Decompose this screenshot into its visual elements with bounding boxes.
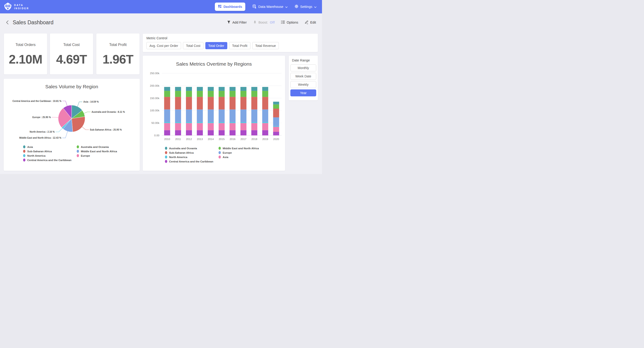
- bar-segment-2014-asia[interactable]: [208, 123, 214, 130]
- legend-item-asia[interactable]: Asia: [218, 156, 259, 159]
- bar-segment-2019-australia-and-oceania[interactable]: [262, 87, 268, 91]
- bar-segment-2017-north-america[interactable]: [240, 122, 246, 123]
- bar-segment-2020-middle-east-and-north-africa[interactable]: [273, 104, 279, 109]
- bar-segment-2012-australia-and-oceania[interactable]: [186, 87, 192, 91]
- bar-segment-2010-asia[interactable]: [164, 123, 170, 130]
- bar-segment-2011-asia[interactable]: [175, 123, 181, 130]
- bar-segment-2016-middle-east-and-north-africa[interactable]: [230, 91, 236, 97]
- bar-segment-2016-central-america-and-the-caribbean[interactable]: [230, 130, 236, 135]
- bar-segment-2020-sub-saharan-africa[interactable]: [273, 109, 279, 117]
- bar-segment-2020-central-america-and-the-caribbean[interactable]: [273, 132, 279, 135]
- bar-segment-2010-sub-saharan-africa[interactable]: [164, 97, 170, 109]
- bar-segment-2014-australia-and-oceania[interactable]: [208, 87, 214, 91]
- bar-segment-2019-sub-saharan-africa[interactable]: [262, 97, 268, 109]
- bar-segment-2018-sub-saharan-africa[interactable]: [251, 97, 257, 109]
- nav-data-warehouse[interactable]: Data Warehouse: [252, 4, 287, 9]
- metric-option-total-order[interactable]: Total Order: [205, 42, 227, 49]
- bar-segment-2019-europe[interactable]: [262, 110, 268, 122]
- bar-segment-2017-asia[interactable]: [240, 123, 246, 130]
- date-range-option-year[interactable]: Year: [290, 89, 316, 96]
- bar-segment-2014-europe[interactable]: [208, 110, 214, 122]
- bar-segment-2012-north-america[interactable]: [186, 122, 192, 123]
- bar-segment-2017-australia-and-oceania[interactable]: [240, 87, 246, 91]
- bar-segment-2017-middle-east-and-north-africa[interactable]: [240, 91, 246, 97]
- legend-item-europe[interactable]: Europe: [77, 154, 117, 157]
- bar-segment-2011-north-america[interactable]: [175, 122, 181, 123]
- options-button[interactable]: Options: [281, 21, 298, 25]
- bar-segment-2012-sub-saharan-africa[interactable]: [186, 97, 192, 109]
- bar-segment-2012-asia[interactable]: [186, 123, 192, 130]
- back-button[interactable]: [5, 20, 10, 26]
- bar-segment-2010-australia-and-oceania[interactable]: [164, 87, 170, 91]
- brand-logo[interactable]: DATA INSIDER: [4, 2, 29, 11]
- bar-segment-2017-central-america-and-the-caribbean[interactable]: [240, 130, 246, 135]
- bar-segment-2010-north-america[interactable]: [164, 122, 170, 123]
- bar-segment-2020-north-america[interactable]: [273, 126, 279, 127]
- bar-segment-2011-central-america-and-the-caribbean[interactable]: [175, 130, 181, 135]
- bar-segment-2019-middle-east-and-north-africa[interactable]: [262, 91, 268, 97]
- bar-segment-2019-asia[interactable]: [262, 123, 268, 130]
- bar-segment-2014-central-america-and-the-caribbean[interactable]: [208, 130, 214, 135]
- bar-segment-2015-sub-saharan-africa[interactable]: [219, 97, 225, 109]
- legend-item-central-america-and-the-caribbean[interactable]: Central America and the Caribbean: [23, 159, 72, 162]
- legend-item-middle-east-and-north-africa[interactable]: Middle East and North Africa: [77, 150, 117, 153]
- bar-segment-2016-north-america[interactable]: [230, 122, 236, 123]
- bar-segment-2010-europe[interactable]: [164, 110, 170, 122]
- metric-option-total-profit[interactable]: Total Profit: [229, 42, 250, 49]
- date-range-option-monthly[interactable]: Monthly: [290, 65, 316, 71]
- boost-toggle[interactable]: Boost: Off: [253, 20, 275, 25]
- nav-dashboards[interactable]: Dashboards: [215, 3, 245, 11]
- bar-segment-2015-central-america-and-the-caribbean[interactable]: [219, 130, 225, 135]
- add-filter-button[interactable]: Add Filter: [227, 21, 247, 25]
- bar-segment-2016-sub-saharan-africa[interactable]: [230, 97, 236, 109]
- nav-settings[interactable]: Settings: [294, 5, 316, 9]
- bar-segment-2015-australia-and-oceania[interactable]: [219, 87, 225, 91]
- bar-segment-2013-middle-east-and-north-africa[interactable]: [197, 91, 203, 97]
- bar-segment-2018-central-america-and-the-caribbean[interactable]: [251, 130, 257, 135]
- bar-segment-2019-north-america[interactable]: [262, 122, 268, 123]
- date-range-option-weekly[interactable]: Weekly: [290, 81, 316, 88]
- bar-segment-2012-europe[interactable]: [186, 110, 192, 122]
- bar-segment-2015-europe[interactable]: [219, 110, 225, 122]
- legend-item-australia-and-oceania[interactable]: Australia and Oceania: [77, 145, 117, 148]
- bar-segment-2014-sub-saharan-africa[interactable]: [208, 97, 214, 109]
- bar-segment-2011-australia-and-oceania[interactable]: [175, 87, 181, 91]
- bar-segment-2014-north-america[interactable]: [208, 122, 214, 123]
- bar-segment-2020-europe[interactable]: [273, 117, 279, 126]
- bar-segment-2018-north-america[interactable]: [251, 122, 257, 123]
- bar-segment-2016-australia-and-oceania[interactable]: [230, 87, 236, 91]
- bar-segment-2016-asia[interactable]: [230, 123, 236, 130]
- legend-item-north-america[interactable]: North America: [23, 154, 72, 157]
- bar-segment-2011-sub-saharan-africa[interactable]: [175, 97, 181, 109]
- bar-segment-2015-middle-east-and-north-africa[interactable]: [219, 91, 225, 97]
- bar-segment-2012-central-america-and-the-caribbean[interactable]: [186, 130, 192, 135]
- bar-segment-2014-middle-east-and-north-africa[interactable]: [208, 91, 214, 97]
- bar-segment-2018-europe[interactable]: [251, 110, 257, 122]
- bar-segment-2020-asia[interactable]: [273, 127, 279, 132]
- date-range-option-week-date[interactable]: Week Date: [290, 73, 316, 80]
- bar-segment-2013-europe[interactable]: [197, 110, 203, 122]
- bar-segment-2012-middle-east-and-north-africa[interactable]: [186, 91, 192, 97]
- bar-segment-2017-sub-saharan-africa[interactable]: [240, 97, 246, 109]
- bar-segment-2019-central-america-and-the-caribbean[interactable]: [262, 130, 268, 135]
- bar-segment-2013-sub-saharan-africa[interactable]: [197, 97, 203, 109]
- metric-option-total-cost[interactable]: Total Cost: [183, 42, 203, 49]
- bar-segment-2016-europe[interactable]: [230, 110, 236, 122]
- bar-segment-2013-asia[interactable]: [197, 123, 203, 130]
- bar-segment-2020-australia-and-oceania[interactable]: [273, 102, 279, 104]
- metric-option-avg-cost-per-order[interactable]: Avg. Cost per Order: [146, 42, 181, 49]
- bar-segment-2018-middle-east-and-north-africa[interactable]: [251, 91, 257, 97]
- bar-segment-2013-australia-and-oceania[interactable]: [197, 87, 203, 91]
- bar-segment-2010-middle-east-and-north-africa[interactable]: [164, 91, 170, 97]
- legend-item-europe[interactable]: Europe: [218, 151, 259, 154]
- legend-item-sub-saharan-africa[interactable]: Sub-Saharan Africa: [23, 150, 72, 153]
- bar-segment-2013-central-america-and-the-caribbean[interactable]: [197, 130, 203, 135]
- bar-segment-2013-north-america[interactable]: [197, 122, 203, 123]
- bar-segment-2018-australia-and-oceania[interactable]: [251, 87, 257, 91]
- bar-segment-2011-middle-east-and-north-africa[interactable]: [175, 91, 181, 97]
- edit-button[interactable]: Edit: [305, 20, 316, 25]
- bar-segment-2010-central-america-and-the-caribbean[interactable]: [164, 130, 170, 135]
- bar-segment-2015-asia[interactable]: [219, 123, 225, 130]
- bar-segment-2015-north-america[interactable]: [219, 122, 225, 123]
- legend-item-australia-and-oceania[interactable]: Australia and Oceania: [165, 147, 213, 150]
